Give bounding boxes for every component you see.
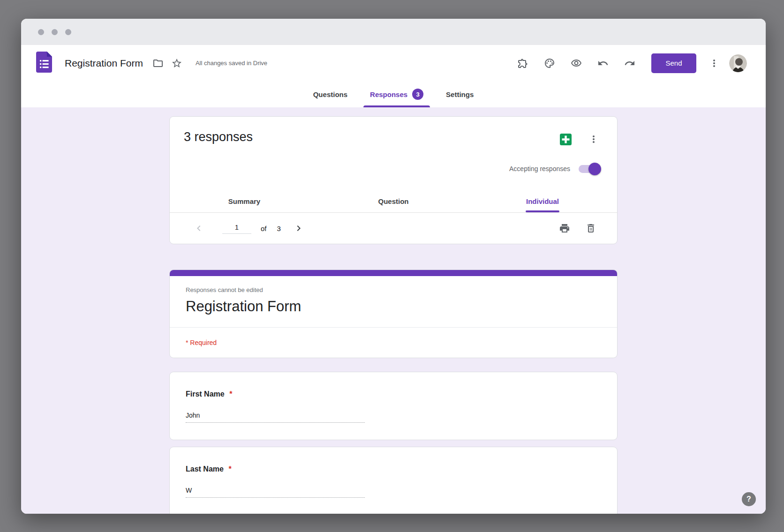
question-card-first-name: First Name * John (169, 372, 618, 440)
previous-response-button[interactable] (189, 219, 208, 238)
chevron-left-icon (193, 223, 204, 234)
responses-more-button[interactable] (584, 130, 603, 149)
more-options-button[interactable] (705, 54, 724, 73)
response-number-input[interactable]: 1 (222, 223, 251, 234)
responses-count-badge: 3 (412, 89, 423, 100)
tab-questions[interactable]: Questions (302, 81, 359, 107)
question-label: First Name (186, 390, 225, 398)
redo-button[interactable] (620, 54, 639, 73)
required-note: * Required (170, 328, 617, 358)
add-ons-button[interactable] (513, 54, 532, 73)
responses-count-title: 3 responses (184, 130, 253, 144)
form-header-card: Responses cannot be edited Registration … (169, 270, 618, 358)
tab-individual[interactable]: Individual (468, 190, 617, 212)
question-card-last-name: Last Name * W (169, 447, 618, 514)
trash-icon (585, 223, 596, 234)
window-control-dot[interactable] (38, 29, 44, 35)
form-title: Registration Form (170, 293, 617, 327)
required-asterisk: * (229, 390, 232, 398)
tab-summary[interactable]: Summary (170, 190, 319, 212)
response-pager: 1 of 3 (170, 213, 617, 244)
tab-question-label: Question (378, 197, 408, 205)
tab-responses-label: Responses (370, 90, 407, 98)
next-response-button[interactable] (289, 219, 308, 238)
answer-text: John (186, 412, 365, 423)
pager-of-label: of (261, 225, 267, 232)
palette-icon (544, 58, 555, 69)
tab-settings[interactable]: Settings (435, 81, 485, 107)
window-control-dot[interactable] (65, 29, 71, 35)
view-in-sheets-button[interactable] (556, 130, 575, 149)
accepting-responses-label: Accepting responses (509, 165, 570, 172)
responses-view-tabs: Summary Question Individual (170, 190, 617, 212)
tab-individual-label: Individual (526, 197, 559, 205)
responses-card: 3 responses (169, 116, 618, 244)
pager-total: 3 (277, 225, 281, 232)
redo-icon (624, 58, 635, 69)
window-control-dot[interactable] (52, 29, 58, 35)
send-button[interactable]: Send (651, 53, 696, 73)
form-nav-tabs: Questions Responses 3 Settings (21, 81, 766, 107)
help-button[interactable]: ? (742, 492, 756, 506)
tab-questions-label: Questions (313, 90, 347, 98)
avatar[interactable] (729, 54, 747, 72)
main-content: 3 responses (21, 107, 766, 514)
folder-icon (152, 58, 164, 69)
app-header: Registration Form All changes saved in D… (21, 45, 766, 81)
form-accent-bar (170, 270, 617, 276)
move-to-folder-button[interactable] (149, 54, 167, 73)
tab-summary-label: Summary (228, 197, 260, 205)
more-vert-icon (709, 58, 720, 69)
document-title[interactable]: Registration Form (65, 58, 143, 69)
chevron-right-icon (293, 223, 304, 234)
required-asterisk: * (228, 465, 231, 473)
star-icon (171, 58, 182, 69)
eye-icon (571, 58, 582, 69)
window-titlebar (21, 19, 766, 45)
more-vert-icon (588, 134, 599, 145)
undo-button[interactable] (594, 54, 612, 73)
toggle-knob (588, 163, 601, 175)
star-button[interactable] (167, 54, 186, 73)
help-icon: ? (746, 495, 751, 503)
tab-question[interactable]: Question (319, 190, 468, 212)
preview-button[interactable] (567, 54, 586, 73)
customize-theme-button[interactable] (540, 54, 559, 73)
sheets-icon (559, 133, 572, 146)
puzzle-icon (517, 58, 528, 69)
save-status-text: All changes saved in Drive (196, 60, 267, 67)
undo-icon (597, 58, 609, 69)
header-toolbar (513, 54, 639, 73)
tab-responses[interactable]: Responses 3 (359, 81, 435, 107)
print-icon (559, 223, 570, 234)
answer-text: W (186, 487, 365, 498)
tab-settings-label: Settings (446, 90, 474, 98)
question-label: Last Name (186, 465, 224, 473)
forms-logo-icon[interactable] (36, 52, 52, 75)
print-response-button[interactable] (555, 219, 574, 238)
accepting-responses-toggle[interactable] (579, 165, 598, 173)
app-window: Registration Form All changes saved in D… (21, 19, 766, 514)
delete-response-button[interactable] (581, 219, 600, 238)
edit-notice: Responses cannot be edited (170, 276, 617, 293)
